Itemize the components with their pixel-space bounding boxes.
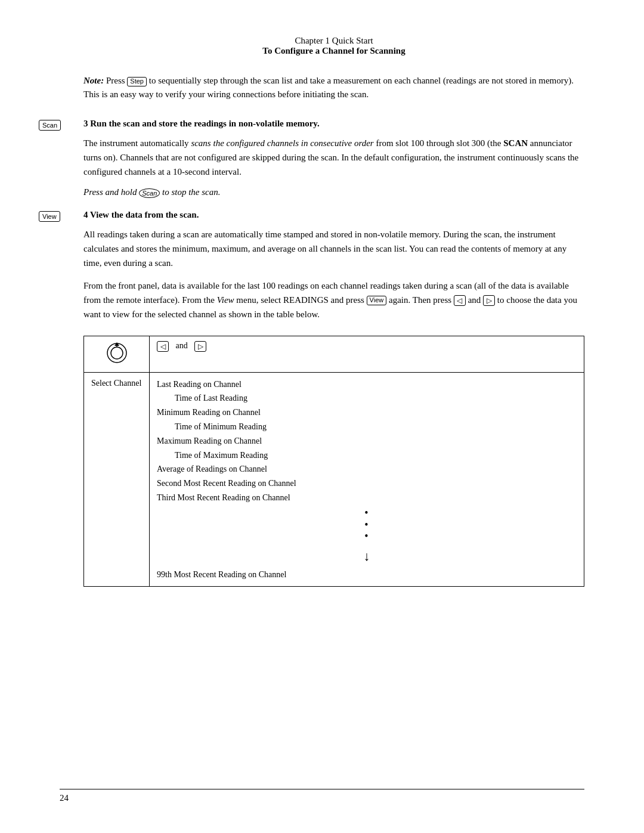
step3-p1b: from slot 100 through slot 300 (the xyxy=(374,138,504,148)
svg-point-1 xyxy=(111,347,123,359)
scan-inline-button[interactable]: Scan xyxy=(139,188,160,198)
step3-heading: 3 Run the scan and store the readings in… xyxy=(83,119,584,129)
step4-number: 4 xyxy=(83,210,88,219)
down-arrow-big: ↓ xyxy=(157,545,577,567)
press-hold-end: to stop the scan. xyxy=(162,187,221,197)
reading-3: Minimum Reading on Channel xyxy=(157,405,577,420)
arrow-right-button[interactable]: ▷ xyxy=(483,295,495,306)
step3-title: Run the scan and store the readings in n… xyxy=(90,119,319,128)
reading-7: Average of Readings on Channel xyxy=(157,462,577,476)
note-block: Note: Press Step to sequentially step th… xyxy=(83,74,584,101)
note-text-press: Press xyxy=(106,76,127,85)
note-text-rest: to sequentially step through the scan li… xyxy=(83,76,574,99)
step4-para2: From the front panel, data is available … xyxy=(83,278,584,321)
step4-section: View 4 View the data from the scan. All … xyxy=(83,210,584,587)
table-header-arrow-right: ▷ xyxy=(194,341,206,352)
step4-p2-italic: View xyxy=(217,295,234,305)
view-side-button[interactable]: View xyxy=(39,211,60,222)
section-title: To Configure a Channel for Scanning xyxy=(83,46,584,56)
step4-p2b: menu, select READINGS and press xyxy=(234,295,364,305)
dot1: • xyxy=(364,507,369,519)
note-label: Note: xyxy=(83,76,104,85)
step4-para1: All readings taken during a scan are aut… xyxy=(83,227,584,270)
table-header-and: and xyxy=(176,341,188,350)
data-table: ◁ and ▷ Select Channel Last Reading on C… xyxy=(83,336,584,587)
reading-8: Second Most Recent Reading on Channel xyxy=(157,476,577,491)
knob-icon xyxy=(105,341,129,365)
step4-title: View the data from the scan. xyxy=(90,210,199,219)
arrow-left-button[interactable]: ◁ xyxy=(454,295,466,306)
reading-4: Time of Minimum Reading xyxy=(157,420,577,434)
press-hold-italic: Press and hold xyxy=(83,187,137,197)
table-header-knob-cell xyxy=(84,336,150,372)
reading-5: Maximum Reading on Channel xyxy=(157,434,577,448)
table-data-row: Select Channel Last Reading on Channel T… xyxy=(84,372,584,587)
view-inline-button[interactable]: View xyxy=(367,296,387,305)
chapter-header: Chapter 1 Quick Start To Configure a Cha… xyxy=(83,36,584,56)
step4-p2c: again. Then press xyxy=(389,295,454,305)
table-header-row: ◁ and ▷ xyxy=(84,336,584,372)
step3-number: 3 xyxy=(83,119,88,128)
press-hold-line: Press and hold Scan to stop the scan. xyxy=(83,187,584,198)
dot-ellipsis: • • • xyxy=(157,507,577,543)
chapter-line: Chapter 1 Quick Start xyxy=(83,36,584,46)
table-select-channel-cell: Select Channel xyxy=(84,372,150,587)
reading-2: Time of Last Reading xyxy=(157,391,577,405)
select-channel-label: Select Channel xyxy=(91,379,141,388)
step4-and: and xyxy=(468,295,481,305)
reading-99: 99th Most Recent Reading on Channel xyxy=(157,568,577,582)
table-readings-cell: Last Reading on Channel Time of Last Rea… xyxy=(150,372,584,587)
scan-side-button[interactable]: Scan xyxy=(39,120,61,131)
page: Chapter 1 Quick Start To Configure a Cha… xyxy=(0,0,644,833)
reading-6: Time of Maximum Reading xyxy=(157,448,577,463)
reading-9: Third Most Recent Reading on Channel xyxy=(157,491,577,505)
step3-p1a: The instrument automatically xyxy=(83,138,191,148)
page-footer: 24 xyxy=(60,789,584,803)
page-number: 24 xyxy=(60,793,69,803)
step-button[interactable]: Step xyxy=(127,77,147,86)
reading-1: Last Reading on Channel xyxy=(157,377,577,392)
step4-heading: 4 View the data from the scan. xyxy=(83,210,584,220)
table-header-arrow-left: ◁ xyxy=(157,341,169,352)
step3-section: Scan 3 Run the scan and store the readin… xyxy=(83,119,584,198)
step3-p1-italic: scans the configured channels in consecu… xyxy=(191,138,373,148)
step3-para1: The instrument automatically scans the c… xyxy=(83,136,584,179)
table-header-arrows-cell: ◁ and ▷ xyxy=(150,336,584,372)
dot3: • xyxy=(364,531,369,543)
dot2: • xyxy=(364,519,369,531)
step3-p1-bold: SCAN xyxy=(503,138,528,148)
